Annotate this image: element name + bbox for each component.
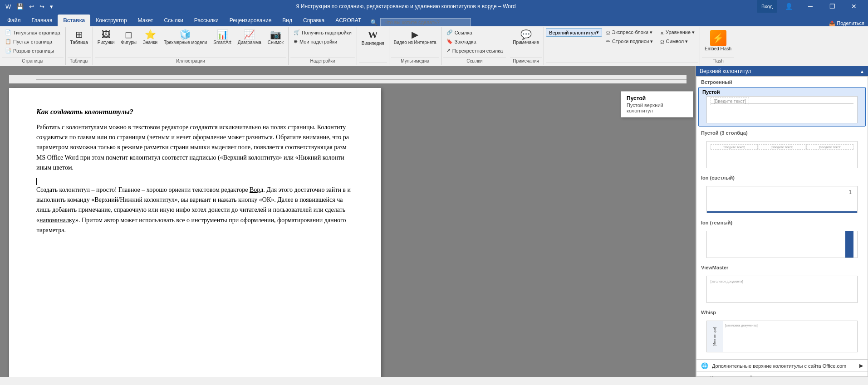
dropdown-panel: Встроенный Пустой [Введите текст] Пустой… <box>696 76 868 377</box>
shapes-icon: ◻ <box>125 30 132 39</box>
cross-ref-button[interactable]: ↗ Перекрестная ссылка <box>443 46 506 55</box>
chart-button[interactable]: 📈 Диаграмма <box>235 28 264 47</box>
save-button[interactable]: 💾 <box>15 2 25 11</box>
document-page[interactable]: Как создавать колонтитулы? Работать с ко… <box>9 88 381 377</box>
tab-insert[interactable]: Вставка <box>58 15 90 26</box>
symbol-button[interactable]: Ω Символ ▾ <box>657 37 698 46</box>
undo-button[interactable]: ↩ <box>27 2 36 11</box>
table-button[interactable]: ⊞ Таблица <box>68 28 91 47</box>
group-media-label: Мультимедиа <box>391 58 439 64</box>
pictures-button[interactable]: 🖼 Рисунки <box>95 28 118 47</box>
screenshot-button[interactable]: 📷 Снимок <box>265 28 286 47</box>
symbol-icon: Ω <box>660 39 664 44</box>
group-tables-label: Таблицы <box>68 58 91 64</box>
link-button[interactable]: 🔗 Ссылка <box>443 28 506 37</box>
window-title: 9 Инструкция по созданию, редактированию… <box>55 3 757 10</box>
tab-view[interactable]: Вид <box>277 15 298 26</box>
section-builtin-label: Встроенный <box>696 77 868 86</box>
shapes-button[interactable]: ◻ Фигуры <box>118 28 139 47</box>
search-input[interactable] <box>380 18 471 26</box>
express-blocks-button[interactable]: Ω Экспресс-блоки ▾ <box>603 28 656 37</box>
group-addins-label: Надстройки <box>290 58 355 64</box>
text-cursor <box>36 178 37 185</box>
header-option-whisp[interactable]: [Имя автора] [заголовок документа] <box>698 317 866 356</box>
icons-icon: ⭐ <box>145 30 156 39</box>
tab-acrobat[interactable]: ACROBAT <box>330 15 367 26</box>
tab-file[interactable]: Файл <box>2 15 26 26</box>
smartart-button[interactable]: 📊 SmartArt <box>211 28 234 47</box>
group-comments-label: Примечания <box>510 58 542 64</box>
signature-lines-icon: ✏ <box>606 39 610 44</box>
group-illustrations-content: 🖼 Рисунки ◻ Фигуры ⭐ Значки 🧊 Трехмерные… <box>95 28 286 58</box>
tab-home[interactable]: Главная <box>26 15 58 26</box>
header-option-ion-dark[interactable] <box>698 228 866 261</box>
group-comments-content: 💬 Примечание <box>510 28 542 58</box>
minimize-button[interactable]: ─ <box>800 0 821 13</box>
edit-header-button[interactable]: ✏ Изменить верхний колонтитул <box>696 371 868 377</box>
my-addins-icon: ⊕ <box>294 39 298 44</box>
chart-icon: 📈 <box>244 30 255 39</box>
three-col-preview-mock: [Введите текст] [Введите текст] [Введите… <box>706 141 858 168</box>
share-button[interactable]: 👤 <box>778 0 799 13</box>
more-headers-button[interactable]: 🌐 Дополнительные верхние колонтитулы с с… <box>696 360 868 371</box>
embed-flash-label: Flash <box>702 58 734 64</box>
tab-references[interactable]: Ссылки <box>159 15 189 26</box>
header-tooltip-popup: Пустой Пустой верхний колонтитул <box>621 91 693 117</box>
panel-controls: ▲ <box>860 69 864 74</box>
restore-button[interactable]: ❐ <box>822 0 843 13</box>
header-option-viewmaster[interactable]: [заголовок документа] <box>698 273 866 306</box>
doc-heading: Как создавать колонтитулы? <box>36 106 354 118</box>
ribbon: 📄 Титульная страница 📋 Пустая страница 📑… <box>0 26 868 66</box>
tab-help[interactable]: Справка <box>298 15 330 26</box>
header-option-ion-light[interactable]: 1 <box>698 183 866 216</box>
page-break-icon: 📑 <box>5 48 11 54</box>
comment-button[interactable]: 💬 Примечание <box>510 28 542 47</box>
wikipedia-button[interactable]: W Википедия <box>359 28 387 48</box>
close-button[interactable]: ✕ <box>843 0 864 13</box>
header-option-three-col[interactable]: [Введите текст] [Введите текст] [Введите… <box>698 138 866 171</box>
3d-models-button[interactable]: 🧊 Трехмерные модели <box>161 28 210 47</box>
wikipedia-icon: W <box>368 30 378 40</box>
viewmaster-preview: [заголовок документа] <box>706 276 858 303</box>
title-page-icon: 📄 <box>5 29 11 35</box>
equation-button[interactable]: π Уравнение ▾ <box>657 28 698 37</box>
tab-review[interactable]: Рецензирование <box>224 15 277 26</box>
share-action-button[interactable]: 📤 Поделиться <box>825 20 868 26</box>
login-button[interactable]: Вход <box>757 0 777 13</box>
group-links-content: 🔗 Ссылка 🔖 Закладка ↗ Перекрестная ссылк… <box>443 28 506 58</box>
group-links: 🔗 Ссылка 🔖 Закладка ↗ Перекрестная ссылк… <box>441 27 509 65</box>
tab-layout[interactable]: Макет <box>132 15 159 26</box>
bookmark-icon: 🔖 <box>446 39 453 44</box>
video-button[interactable]: ▶ Видео из Интернета <box>391 28 439 47</box>
tab-constructor[interactable]: Конструктор <box>90 15 132 26</box>
bookmark-button[interactable]: 🔖 Закладка <box>443 37 506 46</box>
whisp-preview: [Имя автора] [заголовок документа] <box>706 321 858 352</box>
page-break-button[interactable]: 📑 Разрыв страницы <box>2 46 64 55</box>
icons-button[interactable]: ⭐ Значки <box>140 28 160 47</box>
whisp-title: [заголовок документа] <box>725 324 853 327</box>
get-addins-button[interactable]: 🛒 Получить надстройки <box>290 28 355 37</box>
3d-icon: 🧊 <box>180 30 191 39</box>
panel-scrollbar-up[interactable]: ▲ <box>860 69 864 74</box>
customize-qa-button[interactable]: ▾ <box>48 2 55 11</box>
panel-title: Верхний колонтитул <box>700 68 751 74</box>
tab-mailings[interactable]: Рассылки <box>189 15 224 26</box>
blank-page-button[interactable]: 📋 Пустая страница <box>2 37 64 46</box>
signature-lines-button[interactable]: ✏ Строки подписи ▾ <box>603 37 656 46</box>
pictures-icon: 🖼 <box>102 30 111 39</box>
comment-icon: 💬 <box>520 30 532 39</box>
embed-flash-button[interactable]: ⚡ Embed Flash <box>702 28 734 54</box>
header-dropdown-button[interactable]: Верхний колонтитул ▾ <box>546 28 602 37</box>
group-pages: 📄 Титульная страница 📋 Пустая страница 📑… <box>0 27 66 65</box>
whisp-left-panel: [Имя автора] <box>707 321 723 352</box>
group-links-label: Ссылки <box>443 58 506 64</box>
express-blocks-icon: Ω <box>606 30 610 35</box>
group-header-content: Верхний колонтитул ▾ Ω Экспресс-блоки ▾ … <box>546 28 698 63</box>
right-panel: Верхний колонтитул ▲ Пустой Пустой верхн… <box>696 66 868 377</box>
col-3-placeholder: [Введите текст] <box>806 144 853 150</box>
header-option-empty[interactable]: Пустой [Введите текст] <box>698 87 866 127</box>
title-page-button[interactable]: 📄 Титульная страница <box>2 28 64 37</box>
smartart-icon: 📊 <box>217 30 228 39</box>
redo-button[interactable]: ↪ <box>38 2 46 11</box>
my-addins-button[interactable]: ⊕ Мои надстройки <box>290 37 355 46</box>
